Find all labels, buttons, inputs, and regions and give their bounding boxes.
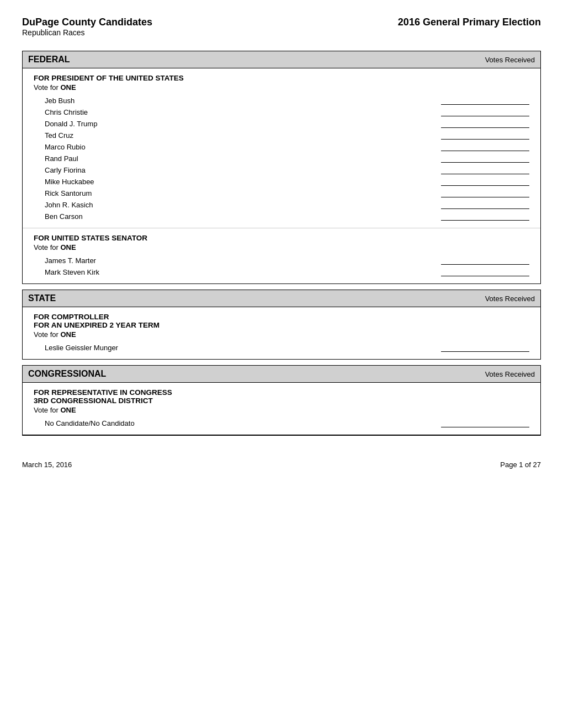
table-row: James T. Marter <box>34 255 529 266</box>
congressional-section: CONGRESSIONAL Votes Received FOR REPRESE… <box>22 365 541 436</box>
votes-line <box>441 185 529 186</box>
table-row: Mike Huckabee <box>34 176 529 188</box>
candidate-name: Mark Steven Kirk <box>45 268 99 276</box>
election-title: 2016 General Primary Election <box>398 17 541 28</box>
president-race-title: FOR PRESIDENT OF THE UNITED STATES <box>34 74 529 82</box>
candidate-name: Rand Paul <box>45 154 78 163</box>
table-row: Leslie Geissler Munger <box>34 342 529 354</box>
candidate-name: Donald J. Trump <box>45 120 97 128</box>
table-row: Mark Steven Kirk <box>34 266 529 278</box>
congressional-votes-label: Votes Received <box>485 370 535 378</box>
votes-line <box>441 208 529 209</box>
page-footer: March 15, 2016 Page 1 of 27 <box>22 458 541 469</box>
candidate-name: No Candidate/No Candidato <box>45 419 135 427</box>
footer-date: March 15, 2016 <box>22 461 72 469</box>
candidate-name: Carly Fiorina <box>45 166 86 174</box>
votes-line <box>441 116 529 116</box>
table-row: Chris Christie <box>34 106 529 118</box>
document-subtitle: Republican Races <box>22 28 152 37</box>
table-row: Jeb Bush <box>34 95 529 106</box>
state-section-title: STATE <box>28 293 56 303</box>
votes-line <box>441 351 529 352</box>
table-row: Carly Fiorina <box>34 164 529 176</box>
table-row: John R. Kasich <box>34 199 529 211</box>
candidate-name: Mike Huckabee <box>45 178 94 186</box>
page-header: DuPage County Candidates Republican Race… <box>22 17 541 37</box>
federal-votes-label: Votes Received <box>485 56 535 64</box>
votes-line <box>441 151 529 151</box>
candidate-name: Ted Cruz <box>45 131 73 140</box>
representative-race: FOR REPRESENTATIVE IN CONGRESS3RD CONGRE… <box>23 383 540 435</box>
votes-line <box>441 162 529 163</box>
president-race: FOR PRESIDENT OF THE UNITED STATES Vote … <box>23 68 540 228</box>
candidate-name: Marco Rubio <box>45 143 86 151</box>
header-left: DuPage County Candidates Republican Race… <box>22 17 152 37</box>
federal-section-title: FEDERAL <box>28 55 70 65</box>
votes-line <box>441 276 529 276</box>
congressional-section-title: CONGRESSIONAL <box>28 369 106 379</box>
senator-vote-instruction: Vote for ONE <box>34 243 529 251</box>
candidate-name: James T. Marter <box>45 256 96 265</box>
comptroller-vote-instruction: Vote for ONE <box>34 330 529 339</box>
table-row: Ben Carson <box>34 211 529 222</box>
congressional-section-header: CONGRESSIONAL Votes Received <box>23 366 540 383</box>
header-right: 2016 General Primary Election <box>398 17 541 28</box>
federal-section: FEDERAL Votes Received FOR PRESIDENT OF … <box>22 51 541 284</box>
comptroller-race-title: FOR COMPTROLLERFOR AN UNEXPIRED 2 YEAR T… <box>34 313 529 329</box>
federal-section-header: FEDERAL Votes Received <box>23 51 540 68</box>
president-vote-instruction: Vote for ONE <box>34 83 529 92</box>
footer-page: Page 1 of 27 <box>500 461 541 469</box>
candidate-name: Rick Santorum <box>45 189 92 197</box>
table-row: Marco Rubio <box>34 141 529 153</box>
votes-line <box>441 127 529 128</box>
comptroller-race: FOR COMPTROLLERFOR AN UNEXPIRED 2 YEAR T… <box>23 307 540 359</box>
candidate-name: Chris Christie <box>45 108 88 116</box>
table-row: Rick Santorum <box>34 188 529 199</box>
candidate-name: Leslie Geissler Munger <box>45 344 118 352</box>
table-row: Ted Cruz <box>34 130 529 141</box>
votes-line <box>441 197 529 197</box>
table-row: Rand Paul <box>34 153 529 164</box>
representative-vote-instruction: Vote for ONE <box>34 406 529 414</box>
state-section: STATE Votes Received FOR COMPTROLLERFOR … <box>22 290 541 360</box>
votes-line <box>441 264 529 265</box>
document-title: DuPage County Candidates <box>22 17 152 28</box>
votes-line <box>441 427 529 427</box>
state-votes-label: Votes Received <box>485 295 535 303</box>
candidate-name: John R. Kasich <box>45 201 93 209</box>
votes-line <box>441 220 529 221</box>
state-section-header: STATE Votes Received <box>23 290 540 307</box>
senator-race: FOR UNITED STATES SENATOR Vote for ONE J… <box>23 228 540 283</box>
table-row: Donald J. Trump <box>34 118 529 130</box>
votes-line <box>441 104 529 105</box>
representative-race-title: FOR REPRESENTATIVE IN CONGRESS3RD CONGRE… <box>34 388 529 405</box>
senator-race-title: FOR UNITED STATES SENATOR <box>34 234 529 242</box>
candidate-name: Jeb Bush <box>45 97 75 105</box>
votes-line <box>441 139 529 140</box>
votes-line <box>441 174 529 174</box>
table-row: No Candidate/No Candidato <box>34 417 529 429</box>
candidate-name: Ben Carson <box>45 212 83 221</box>
